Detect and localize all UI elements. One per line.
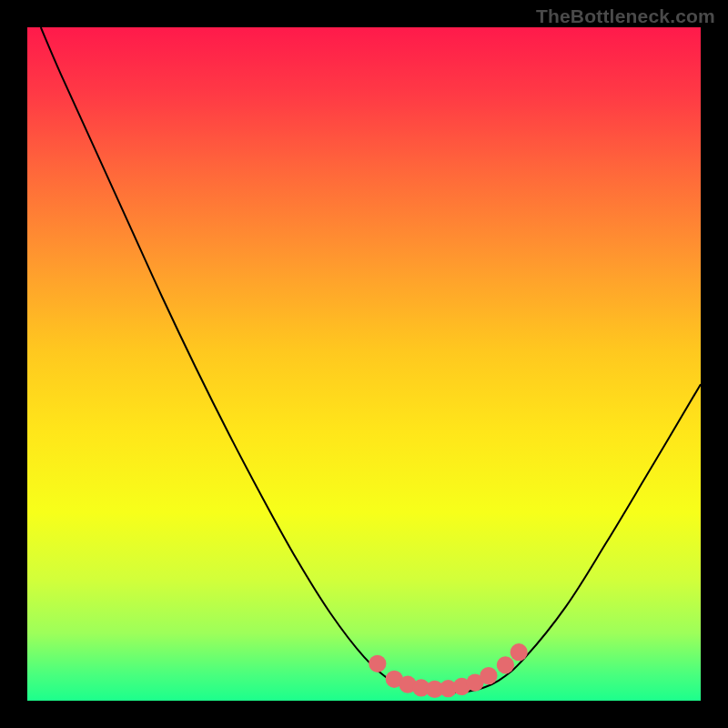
plot-canvas: [27, 27, 701, 701]
curve-marker: [480, 667, 497, 684]
curve-marker: [511, 643, 528, 661]
watermark-text: TheBottleneck.com: [536, 5, 715, 27]
plot-svg: [27, 27, 701, 701]
curve-marker: [497, 656, 514, 673]
chart-frame: TheBottleneck.com: [0, 0, 728, 728]
curve-marker: [369, 655, 386, 672]
gradient-background: [27, 27, 701, 701]
